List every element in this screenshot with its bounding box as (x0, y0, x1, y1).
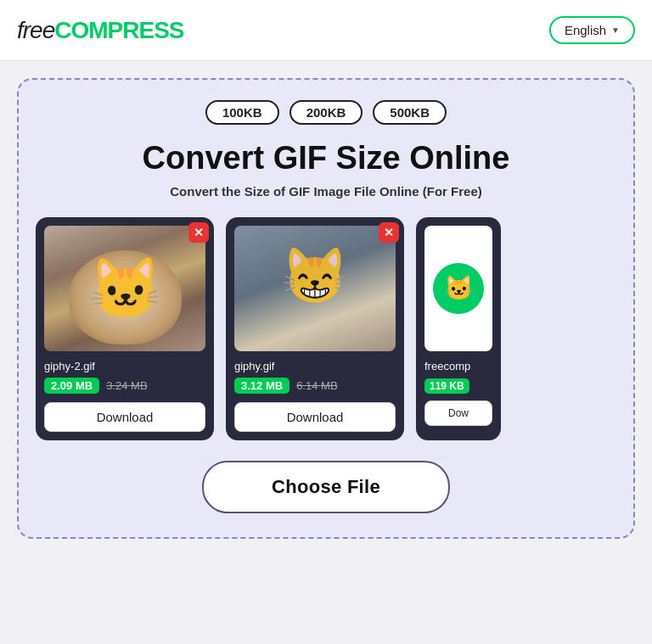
size-badge-row: 100KB 200KB 500KB (36, 100, 616, 125)
new-size-1: 2.09 MB (44, 378, 99, 394)
remove-file-2-button[interactable]: ✕ (379, 222, 399, 243)
file-card-3: 🐱 freecomp 119 KB Dow (416, 217, 501, 440)
header: freeCOMPRESS English ▼ (0, 0, 652, 61)
page-title: Convert GIF Size Online (36, 140, 616, 177)
cat1-image (44, 226, 205, 351)
choose-file-area: Choose File (36, 461, 616, 513)
old-size-2: 6.14 MB (296, 379, 337, 392)
file-preview-2 (234, 226, 396, 351)
main-content: 100KB 200KB 500KB Convert GIF Size Onlin… (0, 61, 652, 564)
size-badge-500kb[interactable]: 500KB (373, 100, 447, 125)
choose-file-button[interactable]: Choose File (202, 461, 450, 513)
file-card-1: ✕ giphy-2.gif 2.09 MB 3.24 MB Download (36, 217, 214, 440)
file-sizes-1: 2.09 MB 3.24 MB (44, 378, 205, 394)
cards-row: ✕ giphy-2.gif 2.09 MB 3.24 MB Download ✕… (36, 217, 616, 440)
logo-compress: COMPRESS (54, 17, 183, 43)
download-button-3[interactable]: Dow (424, 400, 492, 426)
chevron-down-icon: ▼ (611, 25, 620, 35)
language-label: English (565, 23, 606, 37)
filename-1: giphy-2.gif (44, 360, 205, 372)
download-button-2[interactable]: Download (234, 402, 396, 432)
file-card-2: ✕ giphy.gif 3.12 MB 6.14 MB Download (226, 217, 404, 440)
size-badge-100kb[interactable]: 100KB (205, 100, 279, 125)
cat3-image: 🐱 (424, 226, 492, 351)
new-size-3: 119 KB (424, 378, 469, 394)
remove-file-1-button[interactable]: ✕ (188, 222, 209, 243)
download-button-1[interactable]: Download (44, 402, 205, 432)
language-selector[interactable]: English ▼ (549, 16, 635, 44)
cat3-circle-icon: 🐱 (433, 263, 484, 314)
cat2-image (234, 226, 396, 351)
file-sizes-2: 3.12 MB 6.14 MB (234, 378, 396, 394)
page-subtitle: Convert the Size of GIF Image File Onlin… (36, 184, 616, 199)
old-size-1: 3.24 MB (106, 379, 147, 392)
logo: freeCOMPRESS (17, 17, 184, 44)
logo-free: free (17, 17, 54, 43)
filename-3: freecomp (424, 360, 492, 372)
new-size-2: 3.12 MB (234, 378, 289, 394)
size-badge-200kb[interactable]: 200KB (289, 100, 363, 125)
filename-2: giphy.gif (234, 360, 396, 372)
file-preview-1 (44, 226, 205, 351)
upload-area: 100KB 200KB 500KB Convert GIF Size Onlin… (17, 78, 635, 539)
file-preview-3: 🐱 (424, 226, 492, 351)
